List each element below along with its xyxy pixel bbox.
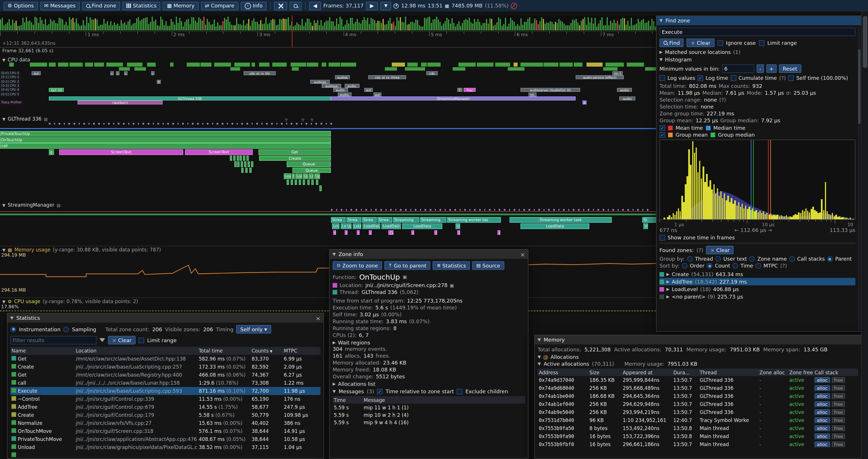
frame-bar[interactable] [31,22,32,30]
frame-bar[interactable] [557,23,558,30]
message-dot[interactable] [89,123,90,124]
table-row[interactable]: calljni/../jni/../../../src/claw/base/Lu… [10,379,320,387]
cpu-zone-chip[interactable]: A [583,100,587,104]
zone[interactable] [235,161,237,167]
zone[interactable]: Get [258,149,331,155]
message-dot[interactable] [415,209,416,210]
message-dot[interactable] [464,209,466,210]
frame-bar[interactable] [553,24,554,30]
compare-button[interactable]: ⇄Compare [201,1,239,10]
message-dot[interactable] [192,123,194,124]
message-dot[interactable] [484,209,486,210]
frame-bar[interactable] [28,22,29,30]
frame-bar[interactable] [214,19,215,30]
frame-bar[interactable] [90,18,91,30]
alloc-callstack-button[interactable]: alloc [814,377,830,383]
zone[interactable]: C [434,230,437,234]
frame-bar[interactable] [517,24,518,30]
frame-bar[interactable] [400,17,401,30]
message-dot[interactable] [445,209,446,210]
frame-bar[interactable] [413,23,415,30]
cpu-zone-chip[interactable]: audio [619,96,636,100]
cpu-zone-chip[interactable]: (worker/) [78,100,162,104]
message-dot[interactable] [256,123,258,124]
zone[interactable]: LoadData [402,223,442,229]
legend-checkbox[interactable]: ✓ [659,125,665,131]
table-row[interactable]: Createjni/../jni/src/claw/base/LuaScript… [10,363,320,371]
column-header[interactable]: Message [363,397,525,403]
active-allocations-label[interactable]: Active allocations [544,361,589,367]
message-dot[interactable] [143,123,144,124]
frame-bar[interactable] [2,18,3,30]
frame-bar[interactable] [481,25,482,30]
frame-bar[interactable] [160,17,161,30]
frame-bar[interactable] [170,19,172,30]
frame-bar[interactable] [364,17,365,30]
message-dot[interactable] [479,209,480,210]
zone[interactable] [241,167,244,173]
frame-bar[interactable] [464,21,465,30]
message-dot[interactable] [69,123,70,124]
frame-bar[interactable] [336,19,337,30]
pin-icon[interactable]: ▤ [44,117,48,122]
zone[interactable] [240,155,242,161]
frame-bar[interactable] [176,17,177,30]
zone[interactable]: Streaming [393,217,420,223]
cpu-usage-header[interactable]: ▼ ⚙ CPU usage (y-range: 0.78%, visible d… [2,299,138,304]
frame-bar[interactable] [243,20,244,30]
frame-bar[interactable] [577,22,579,30]
allocation-row[interactable]: 0x74ab1be040186.68 KB294,645,364ns13:50.… [538,392,858,400]
message-dot[interactable] [593,209,594,210]
frame-bar[interactable] [581,21,582,30]
frame-bar[interactable] [470,22,472,30]
message-dot[interactable] [622,209,624,210]
frame-bar[interactable] [445,21,446,30]
frame-bar[interactable] [351,18,353,30]
frame-bar[interactable] [245,25,246,30]
frame-bar[interactable] [377,21,378,30]
frame-bar[interactable] [359,23,360,30]
column-header[interactable]: Thread [699,369,758,375]
frame-bar[interactable] [643,19,644,30]
zone[interactable] [230,155,232,161]
frame-bar[interactable] [493,26,494,30]
frame-bar[interactable] [298,24,299,30]
zone[interactable]: OnTouchUp [0,137,331,143]
zone[interactable] [237,161,240,167]
frame-bar[interactable] [98,26,99,30]
zone[interactable]: LoadData [521,223,589,229]
frame-bar[interactable] [424,18,425,30]
message-dot[interactable] [320,123,322,124]
instrumentation-radio[interactable] [10,326,16,332]
frame-bar[interactable] [408,24,410,30]
frame-bar[interactable] [426,19,427,30]
column-header[interactable]: Address [538,369,588,375]
table-row[interactable]: PrivateTouchMovejni/../jni/src/claw/appl… [10,435,320,443]
frame-bar[interactable] [9,19,10,30]
message-dot[interactable] [242,123,243,124]
zoom-search-button[interactable] [289,1,302,10]
frame-bar[interactable] [140,21,141,30]
frame-bar[interactable] [529,18,530,30]
frame-bar[interactable] [62,19,63,30]
expand-icon[interactable]: ▶ [666,287,670,291]
frame-bar[interactable] [446,18,447,30]
prev-frame-button[interactable]: ◀ [309,1,321,10]
message-dot[interactable] [276,123,277,124]
cpu-zone-chip[interactable]: aut [373,92,381,96]
frame-bar[interactable] [324,22,325,30]
frame-bar[interactable] [615,23,616,30]
radio-user-text[interactable] [715,256,721,262]
radio-call-stacks[interactable] [789,256,795,262]
frame-bar[interactable] [376,23,377,30]
cpu-zone-chip[interactable]: Ti [457,88,462,92]
frame-bar[interactable] [217,22,218,30]
frame-bar[interactable] [108,25,110,30]
frame-bar[interactable] [250,26,251,30]
message-marker-icon[interactable]: ▽ [302,118,304,122]
frame-bar[interactable] [548,23,549,30]
frame-bar[interactable] [155,19,156,30]
frame-bar[interactable] [310,22,311,30]
message-dot[interactable] [341,209,342,210]
frame-bar[interactable] [141,20,143,30]
